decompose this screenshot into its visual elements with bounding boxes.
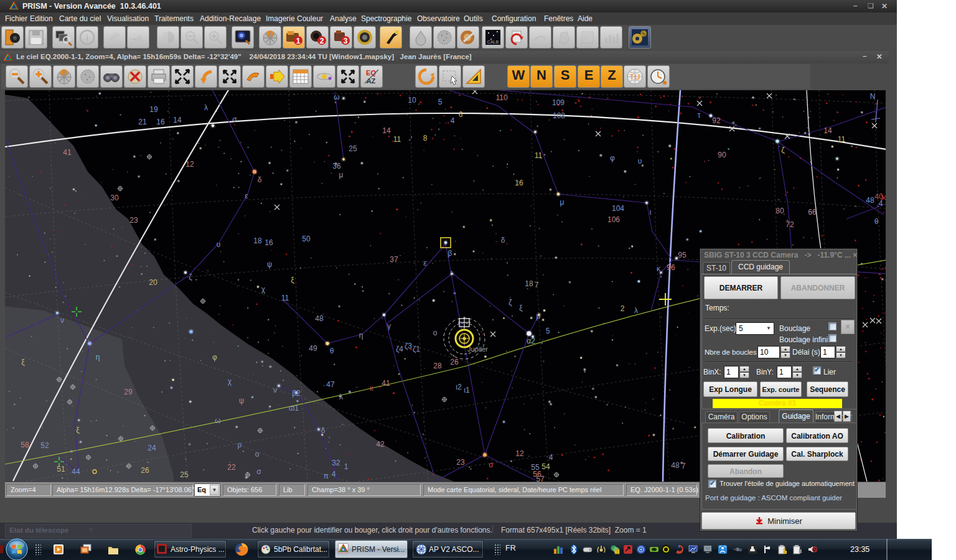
svg-text:φ: φ — [212, 353, 217, 362]
svg-text:4: 4 — [451, 116, 455, 125]
svg-text:ζ3: ζ3 — [405, 342, 412, 350]
svg-text:χ: χ — [261, 285, 266, 294]
svg-text:40: 40 — [874, 192, 883, 201]
svg-text:36: 36 — [332, 162, 341, 170]
svg-text:ε: ε — [245, 192, 248, 200]
svg-text:54: 54 — [541, 462, 550, 471]
svg-text:υ: υ — [638, 157, 642, 166]
svg-text:σ: σ — [256, 467, 261, 476]
svg-text:18: 18 — [253, 236, 262, 245]
svg-text:57: 57 — [536, 475, 545, 482]
svg-text:!: ! — [617, 549, 618, 554]
svg-text:δ: δ — [501, 236, 505, 245]
svg-text:30: 30 — [110, 194, 119, 202]
svg-text:7: 7 — [682, 462, 686, 470]
svg-text:25: 25 — [180, 470, 189, 479]
svg-text:Jupiter: Jupiter — [467, 345, 488, 353]
svg-text:2: 2 — [621, 304, 625, 313]
svg-text:θ: θ — [874, 217, 879, 226]
svg-text:ζ: ζ — [781, 146, 785, 154]
svg-text:λ: λ — [204, 103, 208, 112]
svg-text:σ: σ — [489, 460, 494, 469]
svg-text:19: 19 — [149, 105, 158, 114]
svg-text:14: 14 — [382, 126, 391, 135]
svg-text:5: 5 — [546, 327, 550, 335]
svg-text:18: 18 — [525, 279, 533, 288]
svg-text:32: 32 — [332, 459, 340, 467]
svg-text:24: 24 — [148, 444, 156, 452]
svg-text:CALB: CALB — [487, 40, 499, 44]
svg-text:η: η — [359, 331, 363, 340]
svg-text:58: 58 — [21, 441, 29, 449]
svg-text:22: 22 — [227, 463, 236, 472]
svg-text:δ: δ — [321, 426, 326, 435]
svg-text:50: 50 — [302, 235, 311, 243]
svg-text:41: 41 — [63, 148, 72, 157]
svg-text:φ: φ — [610, 154, 615, 162]
svg-text:106: 106 — [607, 215, 620, 224]
svg-text:μ: μ — [339, 170, 344, 179]
svg-text:66: 66 — [808, 208, 817, 217]
svg-text:ζ1: ζ1 — [413, 345, 420, 353]
svg-text:48: 48 — [866, 196, 874, 205]
svg-text:β: β — [448, 249, 452, 258]
svg-text:β2: β2 — [292, 389, 301, 398]
svg-text:κ: κ — [657, 264, 661, 273]
svg-text:4: 4 — [549, 453, 553, 462]
svg-text:7: 7 — [535, 281, 539, 289]
svg-text:95: 95 — [678, 251, 687, 259]
svg-text:ρ: ρ — [238, 441, 242, 449]
svg-text:109: 109 — [552, 98, 565, 107]
svg-text:ω: ω — [215, 416, 220, 425]
svg-text:8: 8 — [423, 134, 428, 142]
svg-text:λ: λ — [339, 393, 343, 401]
svg-text:ξ: ξ — [291, 276, 294, 284]
svg-text:o: o — [433, 329, 438, 337]
svg-text:ι2: ι2 — [456, 383, 462, 391]
svg-text:10: 10 — [408, 96, 416, 105]
svg-text:o: o — [255, 450, 260, 459]
svg-text:14: 14 — [823, 126, 832, 135]
svg-text:ϖ1: ϖ1 — [289, 404, 299, 413]
svg-text:α2: α2 — [527, 337, 535, 345]
svg-text:20: 20 — [149, 278, 157, 287]
svg-text:12: 12 — [515, 449, 524, 458]
svg-text:ω: ω — [334, 93, 339, 101]
svg-text:90: 90 — [718, 151, 726, 159]
svg-text:51: 51 — [57, 465, 65, 474]
svg-text:108: 108 — [553, 111, 565, 120]
svg-text:92: 92 — [712, 116, 721, 125]
svg-text:16: 16 — [515, 179, 523, 187]
svg-text:49: 49 — [309, 344, 317, 353]
svg-text:ζ: ζ — [189, 273, 192, 281]
svg-text:52: 52 — [40, 441, 49, 450]
svg-text:48: 48 — [671, 461, 680, 470]
svg-text:π: π — [324, 472, 329, 480]
svg-text:EQ: EQ — [366, 69, 376, 77]
svg-text:λ: λ — [634, 306, 638, 315]
svg-text:5: 5 — [438, 98, 443, 106]
svg-text:γ: γ — [387, 322, 391, 330]
svg-text:72: 72 — [785, 220, 794, 229]
svg-text:ν: ν — [60, 316, 64, 325]
svg-text:ψ: ψ — [267, 260, 273, 269]
svg-text:48: 48 — [315, 314, 324, 323]
svg-text:τ: τ — [698, 111, 701, 119]
svg-text:σ: σ — [232, 115, 237, 124]
svg-text:θ: θ — [330, 347, 334, 355]
svg-text:δ: δ — [258, 175, 262, 184]
svg-text:ζ4: ζ4 — [396, 345, 403, 353]
svg-text:42: 42 — [376, 440, 385, 449]
svg-text:110: 110 — [495, 93, 507, 102]
svg-text:N: N — [870, 92, 876, 101]
svg-text:11: 11 — [281, 294, 289, 302]
svg-text:2: 2 — [320, 37, 324, 45]
svg-text:ψ: ψ — [239, 396, 245, 405]
svg-text:TU: TU — [629, 72, 640, 82]
svg-text:ι: ι — [650, 208, 652, 217]
svg-text:μ: μ — [560, 198, 565, 207]
svg-text:12: 12 — [185, 160, 194, 169]
svg-text:11: 11 — [535, 151, 543, 160]
svg-text:ν: ν — [273, 386, 277, 394]
svg-text:104: 104 — [612, 204, 624, 213]
